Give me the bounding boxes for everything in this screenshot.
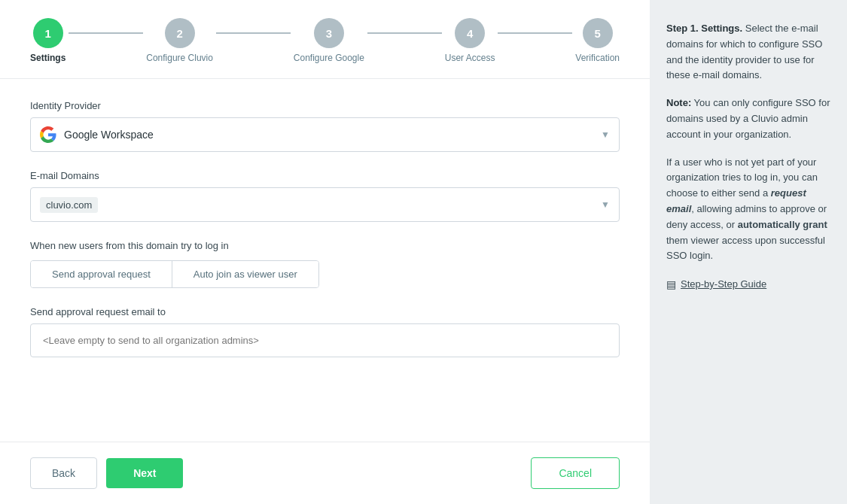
stepper: 1 Settings 2 Configure Cluvio 3 Configur… bbox=[0, 0, 650, 79]
step-1-label: Settings bbox=[30, 53, 66, 63]
sidebar-info-para: If a user who is not yet part of your or… bbox=[666, 155, 830, 265]
sidebar-note-label: Note: bbox=[666, 97, 691, 108]
identity-provider-label: Identity Provider bbox=[30, 100, 620, 111]
step-2-circle: 2 bbox=[165, 18, 195, 48]
step-connector-1 bbox=[69, 32, 143, 34]
auto-grant-text: automatically grant bbox=[738, 219, 827, 230]
new-users-group: When new users from this domain try to l… bbox=[30, 240, 620, 288]
step-4-circle: 4 bbox=[455, 18, 485, 48]
chevron-down-icon-2: ▼ bbox=[601, 199, 610, 210]
approval-email-group: Send approval request email to bbox=[30, 306, 620, 357]
chevron-down-icon: ▼ bbox=[601, 129, 610, 140]
identity-provider-value: Google Workspace bbox=[64, 129, 601, 141]
step-2: 2 Configure Cluvio bbox=[146, 18, 213, 63]
sidebar-note-para: Note: You can only configure SSO for dom… bbox=[666, 96, 830, 142]
step-1-circle: 1 bbox=[33, 18, 63, 48]
domain-tag: cluvio.com bbox=[40, 197, 98, 213]
step-2-label: Configure Cluvio bbox=[146, 53, 213, 63]
sidebar-step-desc: Step 1. Settings. Select the e-mail doma… bbox=[666, 21, 830, 83]
step-4-label: User Access bbox=[445, 53, 495, 63]
auto-join-viewer-btn[interactable]: Auto join as viewer user bbox=[172, 261, 318, 287]
step-3-circle: 3 bbox=[314, 18, 344, 48]
step-3: 3 Configure Google bbox=[294, 18, 364, 63]
step-5: 5 Verification bbox=[575, 18, 620, 63]
footer-buttons: Back Next Cancel bbox=[0, 442, 650, 504]
step-by-step-guide-link[interactable]: ▤ Step-by-Step Guide bbox=[666, 276, 830, 293]
identity-provider-group: Identity Provider Google Workspace ▼ bbox=[30, 100, 620, 152]
next-button[interactable]: Next bbox=[106, 458, 183, 488]
send-approval-request-btn[interactable]: Send approval request bbox=[31, 261, 172, 287]
cancel-button[interactable]: Cancel bbox=[531, 457, 620, 489]
step-1: 1 Settings bbox=[30, 18, 66, 63]
step-connector-3 bbox=[367, 32, 442, 34]
form-content: Identity Provider Google Workspace ▼ E-m… bbox=[0, 79, 650, 442]
help-sidebar: Step 1. Settings. Select the e-mail doma… bbox=[650, 0, 847, 504]
approval-email-input[interactable] bbox=[30, 323, 620, 357]
new-users-label: When new users from this domain try to l… bbox=[30, 240, 620, 251]
approval-email-label: Send approval request email to bbox=[30, 306, 620, 317]
guide-icon: ▤ bbox=[666, 276, 676, 293]
identity-provider-select[interactable]: Google Workspace ▼ bbox=[30, 117, 620, 152]
step-connector-4 bbox=[498, 32, 572, 34]
back-button[interactable]: Back bbox=[30, 457, 97, 489]
email-domains-select[interactable]: cluvio.com ▼ bbox=[30, 187, 620, 222]
google-workspace-icon bbox=[40, 126, 56, 143]
main-panel: 1 Settings 2 Configure Cluvio 3 Configur… bbox=[0, 0, 650, 504]
sidebar-step-label: Step 1. Settings. bbox=[666, 23, 742, 34]
step-5-circle: 5 bbox=[583, 18, 613, 48]
step-connector-2 bbox=[216, 32, 291, 34]
step-5-label: Verification bbox=[575, 53, 620, 63]
login-option-radio-group: Send approval request Auto join as viewe… bbox=[30, 260, 319, 288]
email-domains-group: E-mail Domains cluvio.com ▼ bbox=[30, 170, 620, 222]
step-3-label: Configure Google bbox=[294, 53, 364, 63]
step-4: 4 User Access bbox=[445, 18, 495, 63]
email-domains-label: E-mail Domains bbox=[30, 170, 620, 181]
